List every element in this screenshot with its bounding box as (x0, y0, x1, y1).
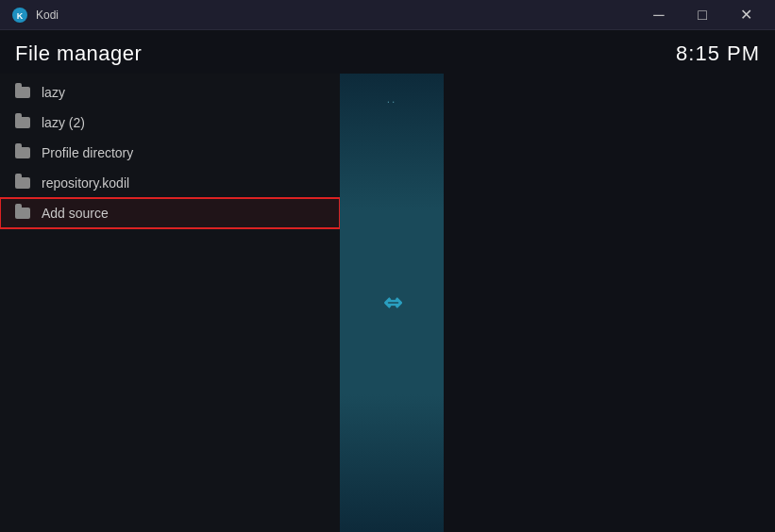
folder-icon (15, 117, 30, 128)
svg-text:K: K (17, 11, 24, 21)
center-panel: .. ⇔ (340, 74, 444, 532)
page-header: File manager 8:15 PM (0, 30, 775, 74)
kodi-logo-icon: K (11, 7, 28, 24)
add-source-label: Add source (42, 206, 109, 221)
app-title: Kodi (36, 8, 59, 22)
item-label: lazy (42, 85, 65, 100)
maximize-button[interactable]: □ (681, 0, 724, 30)
item-label: lazy (2) (42, 115, 85, 130)
window-controls: ─ □ ✕ (637, 0, 767, 30)
left-panel: lazy lazy (2) Profile directory reposito… (0, 74, 340, 532)
right-panel (444, 74, 775, 532)
item-label: Profile directory (42, 145, 133, 160)
add-source-icon (15, 208, 30, 219)
minimize-button[interactable]: ─ (637, 0, 681, 30)
list-item[interactable]: Profile directory (0, 138, 340, 168)
page-title: File manager (15, 42, 142, 66)
close-button[interactable]: ✕ (724, 0, 767, 30)
list-item[interactable]: lazy (0, 77, 340, 108)
file-manager-body: lazy lazy (2) Profile directory reposito… (0, 74, 775, 532)
folder-icon (15, 87, 30, 98)
item-label: repository.kodil (42, 175, 129, 191)
add-source-button[interactable]: Add source (0, 198, 340, 228)
title-bar: K Kodi ─ □ ✕ (0, 0, 775, 30)
folder-icon (15, 177, 30, 189)
main-content: File manager 8:15 PM lazy lazy (2) Profi… (0, 30, 775, 532)
transfer-icon: ⇔ (383, 290, 400, 316)
clock-display: 8:15 PM (676, 42, 760, 66)
title-bar-left: K Kodi (11, 7, 59, 24)
list-item[interactable]: repository.kodil (0, 168, 340, 198)
dotdot-indicator: .. (387, 92, 397, 106)
list-item[interactable]: lazy (2) (0, 108, 340, 138)
folder-icon (15, 147, 30, 158)
